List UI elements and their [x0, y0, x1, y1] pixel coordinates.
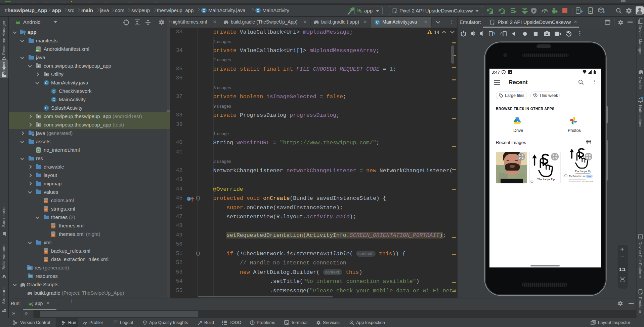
svg-text:A: A: [502, 11, 505, 14]
